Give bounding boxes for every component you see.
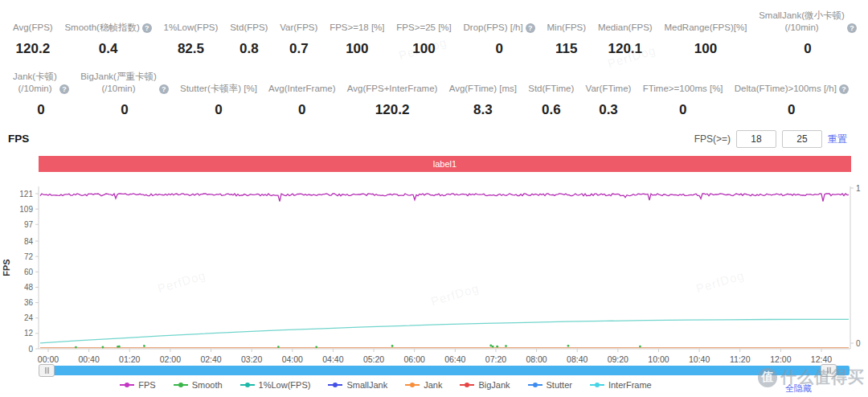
svg-text:02:40: 02:40 xyxy=(200,354,221,364)
metric-label: Std(FPS) xyxy=(230,10,268,34)
metric-label-text: Delta(FTime)>100ms [/h] xyxy=(735,83,837,95)
metric-label: Min(FPS) xyxy=(547,10,587,34)
svg-text:08:00: 08:00 xyxy=(526,354,547,364)
legend-marker-icon xyxy=(405,382,420,388)
metric-cell: FPS>=25 [%]100 xyxy=(396,10,451,57)
metric-cell: Var(FPS)0.7 xyxy=(280,10,317,57)
svg-text:09:20: 09:20 xyxy=(608,354,628,364)
metric-cell: Delta(FTime)>100ms [/h]?0 xyxy=(735,71,849,118)
metric-cell: Std(FPS)0.8 xyxy=(230,10,268,57)
metric-label-text: FPS>=18 [%] xyxy=(330,22,384,34)
metric-label-text: Stutter(卡顿率) [%] xyxy=(180,83,257,95)
metric-label-text: MedRange(FPS)[%] xyxy=(664,22,747,34)
svg-text:24: 24 xyxy=(24,313,34,322)
help-icon[interactable]: ? xyxy=(526,23,535,33)
metric-cell: Var(FTime)0.3 xyxy=(586,71,632,118)
legend-item-label: FPS xyxy=(138,380,155,390)
legend-item-label: 1%Low(FPS) xyxy=(259,380,311,390)
svg-text:FPS: FPS xyxy=(2,259,11,276)
metric-cell: Avg(InterFrame)0 xyxy=(268,71,336,118)
fps-chart: 121109978472604836241201000:0000:4001:20… xyxy=(0,178,868,368)
legend-item-smooth[interactable]: Smooth xyxy=(174,380,223,390)
legend-marker-icon xyxy=(328,382,342,388)
svg-text:00:00: 00:00 xyxy=(38,354,59,364)
legend-item-bigjank[interactable]: BigJank xyxy=(460,380,510,390)
metric-value: 8.3 xyxy=(473,102,493,118)
metric-cell: Min(FPS)115 xyxy=(547,10,587,57)
metric-value: 82.5 xyxy=(178,41,204,57)
metric-cell: Stutter(卡顿率) [%]0 xyxy=(180,71,257,118)
legend-marker-icon xyxy=(528,382,542,388)
svg-text:00:40: 00:40 xyxy=(78,354,99,364)
metric-label: MedRange(FPS)[%] xyxy=(664,10,747,34)
metric-label-text: Jank(卡顿) (/10min) xyxy=(13,71,57,95)
metric-label-text: FPS>=25 [%] xyxy=(396,22,451,34)
legend-item-stutter[interactable]: Stutter xyxy=(528,380,572,390)
metric-label-text: Avg(InterFrame) xyxy=(268,83,336,95)
legend-marker-icon xyxy=(174,382,188,388)
svg-text:12: 12 xyxy=(24,329,34,338)
metric-value: 0.6 xyxy=(542,102,561,118)
metric-label: Delta(FTime)>100ms [/h]? xyxy=(735,71,849,95)
svg-text:11:20: 11:20 xyxy=(730,354,751,364)
metric-label: 1%Low(FPS) xyxy=(164,10,219,34)
help-icon[interactable]: ? xyxy=(159,84,169,94)
svg-text:03:20: 03:20 xyxy=(241,354,262,364)
help-icon[interactable]: ? xyxy=(847,23,857,33)
zdm-watermark-text: 什么值得买 xyxy=(780,366,865,388)
reset-link[interactable]: 重置 xyxy=(828,133,847,146)
metrics-row-1: Avg(FPS)120.2Smooth(稳帧指数)?0.41%Low(FPS)8… xyxy=(0,10,868,57)
svg-text:08:40: 08:40 xyxy=(567,354,588,364)
legend-item-smalljank[interactable]: SmallJank xyxy=(328,380,387,390)
fps-threshold-high-input[interactable] xyxy=(782,130,822,148)
metric-value: 115 xyxy=(555,41,577,57)
metric-value: 0.8 xyxy=(240,41,259,57)
metric-cell: SmallJank(微小卡顿) (/10min)?0 xyxy=(759,10,857,57)
svg-text:10:00: 10:00 xyxy=(648,354,669,364)
legend-item-fps[interactable]: FPS xyxy=(120,380,155,390)
scrollbar-left-handle[interactable] xyxy=(39,364,55,377)
metric-value: 0 xyxy=(788,102,795,118)
metric-label: Var(FTime) xyxy=(586,71,632,95)
metric-cell: Jank(卡顿) (/10min)?0 xyxy=(13,71,69,118)
svg-text:06:00: 06:00 xyxy=(404,354,425,364)
svg-text:97: 97 xyxy=(24,220,34,229)
metrics-row-2: Jank(卡顿) (/10min)?0BigJank(严重卡顿) (/10min… xyxy=(0,71,868,118)
help-icon[interactable]: ? xyxy=(59,84,69,94)
svg-text:0: 0 xyxy=(856,339,861,348)
metric-value: 120.2 xyxy=(16,41,51,57)
chart-scrollbar xyxy=(39,364,851,377)
metric-cell: 1%Low(FPS)82.5 xyxy=(164,10,219,57)
svg-text:01:20: 01:20 xyxy=(119,354,140,364)
metric-cell: FPS>=18 [%]100 xyxy=(330,10,384,57)
metric-cell: Avg(FPS+InterFrame)120.2 xyxy=(347,71,438,118)
metric-value: 100 xyxy=(694,41,717,57)
help-icon[interactable]: ? xyxy=(142,23,152,33)
legend-item-label: Jank xyxy=(424,380,442,390)
help-icon[interactable]: ? xyxy=(839,84,849,94)
label-banner[interactable]: label1 xyxy=(39,156,851,172)
metric-label: Avg(InterFrame) xyxy=(268,71,336,95)
svg-text:02:00: 02:00 xyxy=(160,354,181,364)
metric-label-text: FTime>=100ms [%] xyxy=(643,83,723,95)
scrollbar-track[interactable] xyxy=(40,366,850,375)
metric-label: Stutter(卡顿率) [%] xyxy=(180,71,257,95)
metric-value: 0 xyxy=(37,102,44,118)
fps-threshold-low-input[interactable] xyxy=(736,130,776,148)
legend-item-1-low-fps-[interactable]: 1%Low(FPS) xyxy=(240,380,311,390)
legend-item-interframe[interactable]: InterFrame xyxy=(590,380,652,390)
metric-value: 0.4 xyxy=(99,41,118,57)
metric-label-text: Avg(FPS) xyxy=(13,22,53,34)
zdm-watermark: 值 什么值得买 xyxy=(758,366,865,388)
svg-text:109: 109 xyxy=(19,205,33,214)
metric-label: Std(FTime) xyxy=(528,71,574,95)
metric-value: 120.2 xyxy=(375,102,410,118)
metric-label: Jank(卡顿) (/10min)? xyxy=(13,71,69,95)
legend-item-jank[interactable]: Jank xyxy=(405,380,442,390)
metric-label-text: Drop(FPS) [/h] xyxy=(464,22,523,34)
legend-item-label: SmallJank xyxy=(346,380,387,390)
section-title-fps: FPS xyxy=(8,133,29,145)
chart-legend: FPSSmooth1%Low(FPS)SmallJankJankBigJankS… xyxy=(0,380,772,390)
metric-label: Avg(FPS) xyxy=(13,10,53,34)
metric-value: 0.7 xyxy=(289,41,309,57)
